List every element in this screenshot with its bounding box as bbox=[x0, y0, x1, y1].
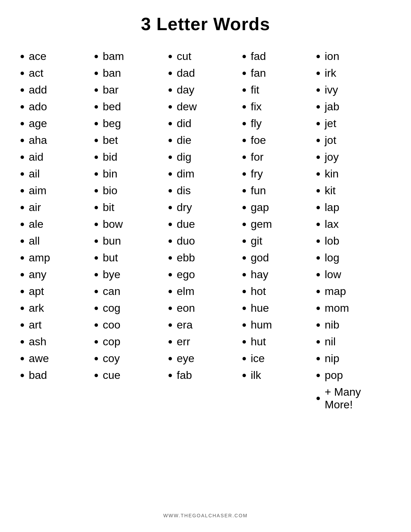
word-text: era bbox=[177, 319, 192, 331]
list-item: all bbox=[21, 233, 95, 249]
bullet-icon bbox=[169, 273, 172, 276]
bullet-icon bbox=[21, 206, 24, 209]
list-item: cop bbox=[95, 333, 169, 350]
list-item: mom bbox=[316, 300, 390, 317]
word-text: ail bbox=[29, 168, 40, 180]
bullet-icon bbox=[21, 88, 24, 92]
bullet-icon bbox=[21, 105, 24, 109]
list-item: ebb bbox=[169, 249, 242, 266]
bullet-icon bbox=[242, 55, 246, 58]
list-item: bye bbox=[95, 266, 169, 283]
bullet-icon bbox=[95, 239, 98, 243]
bullet-icon bbox=[21, 374, 24, 377]
word-text: kin bbox=[325, 168, 339, 180]
list-item: jot bbox=[316, 132, 390, 149]
bullet-icon bbox=[169, 72, 172, 75]
bullet-icon bbox=[242, 273, 246, 276]
bullet-icon bbox=[242, 357, 246, 360]
word-text: log bbox=[325, 251, 339, 264]
bullet-icon bbox=[169, 122, 172, 125]
bullet-icon bbox=[169, 323, 172, 327]
word-grid: aceactaddadoageahaaidailaimairaleallampa… bbox=[21, 48, 390, 503]
list-item: elm bbox=[169, 283, 242, 300]
bullet-icon bbox=[95, 206, 98, 209]
bullet-icon bbox=[316, 340, 320, 344]
word-text: bam bbox=[103, 50, 124, 63]
list-item: fit bbox=[242, 82, 316, 98]
list-item: god bbox=[242, 249, 316, 266]
word-text: fly bbox=[251, 117, 262, 130]
bullet-icon bbox=[169, 206, 172, 209]
list-item: ado bbox=[21, 98, 95, 115]
bullet-icon bbox=[242, 223, 246, 226]
bullet-icon bbox=[242, 88, 246, 92]
word-text: eye bbox=[177, 352, 195, 365]
list-item: bed bbox=[95, 98, 169, 115]
word-text: age bbox=[29, 117, 47, 130]
word-text: bad bbox=[29, 369, 47, 382]
word-text: dad bbox=[177, 67, 195, 79]
word-text: ivy bbox=[325, 84, 338, 96]
list-item: beg bbox=[95, 115, 169, 132]
bullet-icon bbox=[95, 139, 98, 142]
word-text: due bbox=[177, 218, 195, 231]
bullet-icon bbox=[242, 139, 246, 142]
list-item: map bbox=[316, 283, 390, 300]
bullet-icon bbox=[21, 172, 24, 176]
word-text: lob bbox=[325, 235, 339, 247]
bullet-icon bbox=[242, 290, 246, 293]
word-text: ado bbox=[29, 100, 47, 113]
list-item: amp bbox=[21, 249, 95, 266]
bullet-icon bbox=[169, 172, 172, 176]
bullet-icon bbox=[169, 55, 172, 58]
bullet-icon bbox=[169, 156, 172, 159]
word-text: ale bbox=[29, 218, 43, 231]
bullet-icon bbox=[242, 307, 246, 310]
list-item: bar bbox=[95, 82, 169, 98]
word-text: hue bbox=[251, 302, 269, 314]
list-item: hut bbox=[242, 333, 316, 350]
bullet-icon bbox=[95, 156, 98, 159]
list-item: duo bbox=[169, 233, 242, 249]
word-text: nip bbox=[325, 352, 339, 365]
list-item: ash bbox=[21, 333, 95, 350]
word-text: ark bbox=[29, 302, 44, 314]
bullet-icon bbox=[95, 88, 98, 92]
word-text: git bbox=[251, 235, 262, 247]
bullet-icon bbox=[21, 189, 24, 193]
list-item: kin bbox=[316, 165, 390, 182]
list-item: fan bbox=[242, 65, 316, 82]
bullet-icon bbox=[169, 256, 172, 260]
word-text: bun bbox=[103, 235, 121, 247]
word-text: fad bbox=[251, 50, 266, 63]
list-item: lap bbox=[316, 199, 390, 216]
word-text: but bbox=[103, 251, 118, 264]
word-text: dim bbox=[177, 168, 195, 180]
word-text: ion bbox=[325, 50, 339, 63]
word-text: bet bbox=[103, 134, 118, 147]
bullet-icon bbox=[242, 206, 246, 209]
bullet-icon bbox=[21, 307, 24, 310]
word-text: die bbox=[177, 134, 191, 147]
list-item: did bbox=[169, 115, 242, 132]
list-item: bow bbox=[95, 216, 169, 233]
list-item: bad bbox=[21, 367, 95, 384]
list-item: joy bbox=[316, 149, 390, 165]
bullet-icon bbox=[21, 223, 24, 226]
word-text: beg bbox=[103, 117, 121, 130]
word-text: bin bbox=[103, 168, 117, 180]
bullet-icon bbox=[95, 256, 98, 260]
list-item: fly bbox=[242, 115, 316, 132]
bullet-icon bbox=[21, 139, 24, 142]
word-text: art bbox=[29, 319, 41, 331]
bullet-icon bbox=[169, 239, 172, 243]
word-text: air bbox=[29, 201, 41, 214]
word-text: coy bbox=[103, 352, 120, 365]
word-text: add bbox=[29, 84, 47, 96]
bullet-icon bbox=[169, 357, 172, 360]
word-text: irk bbox=[325, 67, 336, 79]
bullet-icon bbox=[316, 290, 320, 293]
list-item: git bbox=[242, 233, 316, 249]
word-text: joy bbox=[325, 151, 339, 163]
bullet-icon bbox=[21, 72, 24, 75]
